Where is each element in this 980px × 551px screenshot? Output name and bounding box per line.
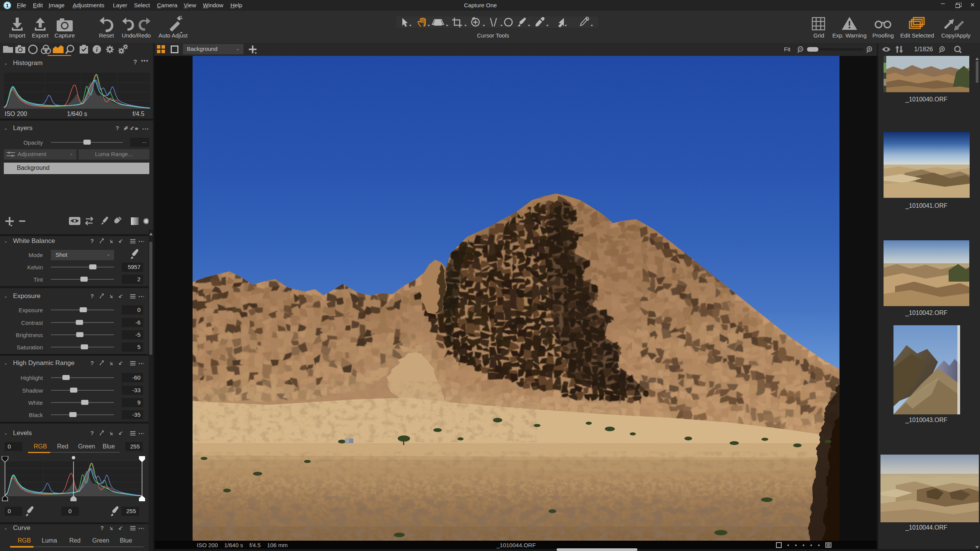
svg-text:i: i [96, 46, 98, 53]
svg-text:?: ? [100, 525, 104, 531]
svg-text:?: ? [116, 125, 119, 131]
svg-text:?: ? [90, 238, 94, 244]
svg-text:?: ? [90, 360, 94, 366]
svg-text:?: ? [90, 293, 94, 299]
svg-text:1: 1 [6, 3, 8, 8]
svg-text:?: ? [90, 430, 94, 436]
